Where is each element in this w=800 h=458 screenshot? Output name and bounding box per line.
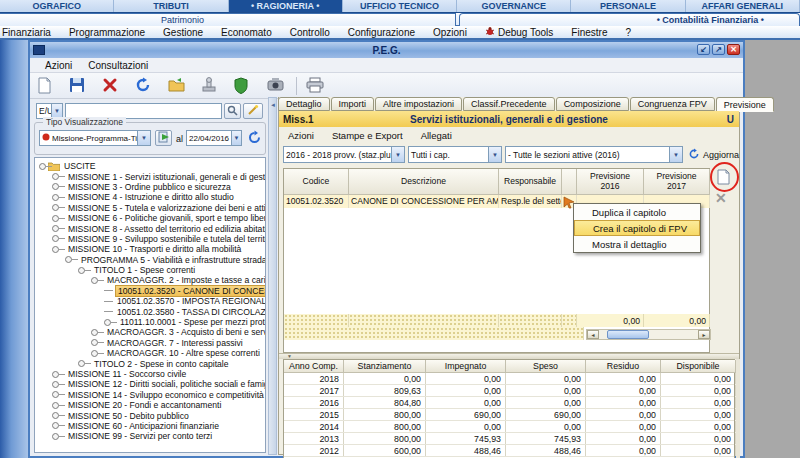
tree-item-8[interactable]: MISSIONE 9 - Sviluppo sostenibile e tute… <box>35 234 265 244</box>
tree-item-7[interactable]: MISSIONE 8 - Assetto del territorio ed e… <box>35 223 265 233</box>
storico-column-header[interactable]: Residuo <box>586 360 661 373</box>
scroll-right-arrow[interactable]: ► <box>698 330 710 339</box>
tree-item-18[interactable]: MACROAGGR. 7 - Interessi passivi <box>35 338 265 348</box>
close-button[interactable]: ✕ <box>727 44 740 55</box>
app-menu-item-5[interactable]: Controllo <box>281 27 339 38</box>
export-tree-button[interactable] <box>155 130 172 146</box>
app-menu-item-1[interactable]: Finanziaria <box>0 27 60 38</box>
tree-item-25[interactable]: MISSIONE 50 - Debito pubblico <box>35 410 265 420</box>
tab-congruenza-fpv[interactable]: Congruenza FPV <box>630 97 715 111</box>
chevron-down-icon[interactable] <box>231 131 241 145</box>
top-tab-2[interactable]: TRIBUTI <box>114 0 228 12</box>
storico-row[interactable]: 2016804,800,000,000,000,00 <box>284 397 734 409</box>
delete-row-button[interactable]: ✕ <box>715 190 727 206</box>
tree-expander-icon[interactable] <box>39 163 46 170</box>
storico-row[interactable]: 2014800,000,000,000,000,00 <box>284 421 734 433</box>
tab-classif-precedente[interactable]: Classif.Precedente <box>463 97 555 111</box>
storico-column-header[interactable]: Speso <box>506 360 586 373</box>
chevron-down-icon[interactable] <box>51 104 62 118</box>
chevron-down-icon[interactable] <box>391 147 404 162</box>
save-button[interactable] <box>69 77 87 95</box>
app-menu-item-8[interactable]: Debug Tools <box>476 26 562 38</box>
new-document-button[interactable] <box>36 77 54 95</box>
scrollbar-thumb[interactable] <box>607 330 649 339</box>
storico-column-header[interactable]: Stanziamento <box>344 360 426 373</box>
capitoli-combo[interactable]: Tutti i cap. <box>408 146 502 163</box>
tree-expander-icon[interactable] <box>65 256 72 263</box>
tree-item-14[interactable]: 10051.02.3570 - IMPOSTA REGIONALE SU CON <box>35 296 265 306</box>
tree-expander-icon[interactable] <box>52 246 59 253</box>
tree-expander-icon[interactable] <box>52 412 59 419</box>
sezioni-combo[interactable]: - Tutte le sezioni attive (2016) <box>505 146 683 163</box>
context-menu-item-1[interactable]: Duplica il capitolo <box>574 204 700 220</box>
tree-expander-icon[interactable] <box>91 329 98 336</box>
tab-patrimonio[interactable]: Patrimonio <box>0 13 456 26</box>
tab-dettaglio[interactable]: Dettaglio <box>278 97 330 111</box>
top-tab-3[interactable]: • RAGIONERIA • <box>229 0 343 12</box>
esercizio-combo[interactable]: 2016 - 2018 provv. (staz.plu... <box>283 146 405 163</box>
vertical-splitter[interactable] <box>268 97 277 455</box>
storico-column-header[interactable]: Impegnato <box>426 360 506 373</box>
tree-item-6[interactable]: MISSIONE 6 - Politiche giovanili, sport … <box>35 213 265 223</box>
tree-item-10[interactable]: PROGRAMMA 5 - Viabilità e infrastrutture… <box>35 255 265 265</box>
tree-item-23[interactable]: MISSIONE 14 - Sviluppo economico e compe… <box>35 390 265 400</box>
tab-altre-impostazioni[interactable]: Altre impostazioni <box>375 97 462 111</box>
tree-expander-icon[interactable] <box>91 350 98 357</box>
tree-expander-icon[interactable] <box>52 371 59 378</box>
window-title-bar[interactable]: P.E.G. ↙↗✕ <box>30 42 743 58</box>
tree-expander-icon[interactable] <box>52 391 59 398</box>
refresh-button[interactable] <box>135 77 153 95</box>
open-folder-button[interactable] <box>168 77 186 95</box>
tree-expander-icon[interactable] <box>104 319 111 326</box>
delete-button[interactable] <box>102 77 120 95</box>
app-menu-item-3[interactable]: Gestione <box>154 27 212 38</box>
tree-item-19[interactable]: MACROAGGR. 10 - Altre spese correnti <box>35 348 265 358</box>
tree-item-1[interactable]: USCITE <box>35 161 265 171</box>
tree-item-21[interactable]: MISSIONE 11 - Soccorso civile <box>35 369 265 379</box>
storico-column-header[interactable]: Disponibile <box>661 360 736 373</box>
camera-button[interactable] <box>267 77 285 95</box>
grid-column-header[interactable]: Previsione2016 <box>577 169 644 195</box>
wand-button[interactable] <box>243 103 263 119</box>
storico-row[interactable]: 2015800,00690,00690,000,000,00 <box>284 409 734 421</box>
storico-row[interactable]: 20180,000,000,000,000,00 <box>284 373 734 385</box>
tree-item-16[interactable]: 11011.10.0001 - Spese per mezzi protezio… <box>35 317 265 327</box>
scroll-left-arrow[interactable]: ◄ <box>587 330 599 339</box>
tree-item-2[interactable]: MISSIONE 1 - Servizi istituzionali, gene… <box>35 171 265 181</box>
view-mode-combo[interactable]: Missione-Programma-Titolo-... <box>39 130 151 146</box>
panel-menu-item-2[interactable]: Stampe e Export <box>323 130 412 141</box>
tree-expander-icon[interactable] <box>52 422 59 429</box>
date-combo[interactable]: 22/04/2016 <box>186 130 242 146</box>
chevron-down-icon[interactable] <box>137 131 150 145</box>
storico-column-header[interactable]: Anno Comp. <box>284 360 344 373</box>
tree-item-13[interactable]: 10051.02.3520 - CANONE DI CONCESSIONE PE <box>35 286 265 296</box>
tree-expander-icon[interactable] <box>78 360 85 367</box>
tree-expander-icon[interactable] <box>52 402 59 409</box>
shield-button[interactable] <box>234 77 252 95</box>
grid-column-header[interactable] <box>562 169 577 195</box>
context-menu-item-2[interactable]: Crea il capitolo di FPV <box>574 220 700 236</box>
window-menu-item-2[interactable]: Consultazioni <box>81 60 155 71</box>
restore-button[interactable]: ↙ <box>697 44 710 55</box>
chevron-down-icon[interactable] <box>488 147 501 162</box>
aggiorna-button[interactable]: Aggiorna <box>688 148 739 162</box>
tree-item-26[interactable]: MISSIONE 60 - Anticipazioni finanziarie <box>35 421 265 431</box>
grid-column-header[interactable]: Descrizione <box>349 169 499 195</box>
tree-item-24[interactable]: MISSIONE 20 - Fondi e accantonamenti <box>35 400 265 410</box>
storico-row[interactable]: 2013800,00745,93745,930,000,00 <box>284 433 734 445</box>
refresh-tree-button[interactable] <box>247 130 262 149</box>
app-menu-item-4[interactable]: Economato <box>212 27 281 38</box>
tree-item-27[interactable]: MISSIONE 99 - Servizi per conto terzi <box>35 431 265 441</box>
app-menu-item-7[interactable]: Opzioni <box>424 27 476 38</box>
stamp-button[interactable] <box>201 77 219 95</box>
tree-expander-icon[interactable] <box>52 225 59 232</box>
tree-expander-icon[interactable] <box>52 204 59 211</box>
top-tab-6[interactable]: PERSONALE <box>571 0 685 12</box>
tree-item-4[interactable]: MISSIONE 4 - Istruzione e diritto allo s… <box>35 192 265 202</box>
panel-menu-item-3[interactable]: Allegati <box>412 130 461 141</box>
tree-expander-icon[interactable] <box>52 194 59 201</box>
search-button[interactable] <box>224 103 241 119</box>
panel-menu-item-1[interactable]: Azioni <box>279 130 323 141</box>
tree-item-17[interactable]: MACROAGGR. 3 - Acquisto di beni e serviz… <box>35 327 265 337</box>
grid-column-header[interactable]: Responsabile <box>499 169 562 195</box>
